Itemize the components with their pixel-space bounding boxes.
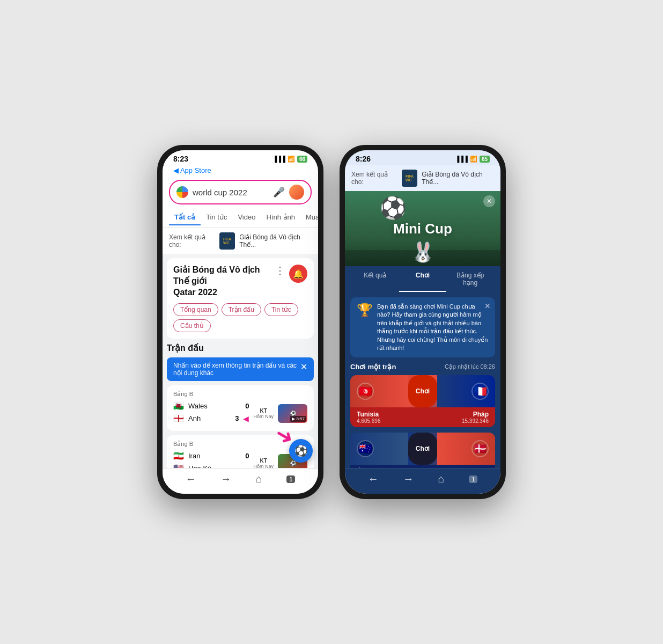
tab-news[interactable]: Tin tức xyxy=(201,210,232,225)
search-query[interactable]: world cup 2022 xyxy=(193,188,269,197)
see-result-bar-right[interactable]: Xem kết quả cho: FIFAWC Giải Bóng đá Vô … xyxy=(345,165,500,191)
match-row-usa: 🇺🇸 Hoa Kỳ xyxy=(173,463,249,468)
left-phone: 8:23 ▐▐▐ 📶 66 ◀ App Store world cup 2022… xyxy=(157,145,323,499)
result-actions: Tổng quan Trận đấu Tin tức Cầu thủ xyxy=(173,303,307,332)
tab-video[interactable]: Video xyxy=(232,210,261,225)
battery-level-left: 66 xyxy=(297,156,307,163)
match-row-iran: 🇮🇷 Iran 0 xyxy=(173,451,249,461)
score-iran: 0 xyxy=(245,452,249,460)
info-banner[interactable]: Nhấn vào để xem thông tin trận đấu và cá… xyxy=(167,357,314,381)
update-label: Cập nhật lúc 08:26 xyxy=(445,363,495,370)
notification-bell-icon[interactable]: 🔔 xyxy=(289,265,307,283)
promo-banner: 🏆 Bạn đã sẵn sàng chơi Mini Cup chưa nào… xyxy=(350,297,495,357)
play-section-header: Chơi một trận Cập nhật lúc 08:26 xyxy=(350,363,495,371)
france-score: 15.392.346 xyxy=(462,418,489,424)
play-center-btn-uc[interactable]: Chơi xyxy=(408,433,437,465)
football-fab[interactable]: ⚽ xyxy=(289,439,313,463)
back-btn-right[interactable]: ← xyxy=(368,473,379,485)
forward-btn-right[interactable]: → xyxy=(403,473,414,485)
tab-images[interactable]: Hình ảnh xyxy=(261,210,300,225)
score-england: 3 xyxy=(235,414,239,422)
iran-flag-icon: 🇮🇷 xyxy=(173,451,184,461)
action-players[interactable]: Cầu thủ xyxy=(173,319,211,332)
action-overview[interactable]: Tổng quan xyxy=(173,303,218,316)
tab-all[interactable]: Tất cả xyxy=(169,210,201,225)
see-result-text: Giải Bóng đá Vô địch Thế... xyxy=(239,233,312,248)
home-btn-left[interactable]: ⌂ xyxy=(256,473,262,485)
see-result-label-right: Xem kết quả cho: xyxy=(351,171,397,186)
action-matches[interactable]: Trận đấu xyxy=(222,303,261,316)
status-bar-left: 8:23 ▐▐▐ 📶 66 xyxy=(163,150,318,165)
mini-cup-header: ⚽ Mini Cup 🐰 ✕ xyxy=(345,191,500,266)
filter-tabs: Tất cả Tin tức Video Hình ảnh Mua sắm Sa… xyxy=(163,208,318,228)
back-btn-left[interactable]: ← xyxy=(186,473,196,485)
search-bar[interactable]: world cup 2022 🎤 xyxy=(169,180,312,204)
match-thumbnail-wales[interactable]: ⚽ ▶ 8:57 xyxy=(278,404,307,423)
match-play-card-tunisia[interactable]: 🇹🇳 Chơi 🇫🇷 Tunisia 4.605.696 xyxy=(350,375,495,427)
tab-results[interactable]: Kết quả xyxy=(351,266,399,292)
user-avatar[interactable] xyxy=(289,185,304,200)
signal-icon-right: ▐▐▐ xyxy=(455,156,467,162)
action-news[interactable]: Tin tức xyxy=(264,303,298,316)
main-result-card: Giải Bóng đá Vô địch Thế giớiQatar 2022 … xyxy=(167,258,314,339)
tabs-badge-left[interactable]: 1 xyxy=(286,475,295,483)
denmark-flag-circle: 🇩🇰 xyxy=(472,440,489,457)
tunisia-flag-icon: 🇹🇳 xyxy=(359,385,372,398)
team-england: Anh xyxy=(188,414,231,422)
right-phone: 8:26 ▐▐▐ 📶 65 Xem kết quả cho: FIFAWC Gi… xyxy=(340,145,506,499)
england-flag-icon: 🏴󠁧󠁢󠁥󠁮󠁧󠁿 xyxy=(173,413,184,423)
match-duration-1: ▶ 8:57 xyxy=(290,416,306,422)
status-bar-right: 8:26 ▐▐▐ 📶 65 xyxy=(345,150,500,165)
google-logo-icon xyxy=(176,186,188,198)
matches-section-title: Trận đấu xyxy=(163,343,318,353)
search-bar-container: world cup 2022 🎤 xyxy=(163,177,318,208)
team-left-uc: 🇦🇺 xyxy=(350,433,408,465)
match-play-card-uc[interactable]: 🇦🇺 Chơi 🇩🇰 Úc 3.337.413 xyxy=(350,433,495,468)
score-wales: 0 xyxy=(245,402,249,410)
play-center-btn-tunisia[interactable]: Chơi xyxy=(408,375,437,407)
france-flag-icon: 🇫🇷 xyxy=(474,385,487,398)
score-arrow-icon: ◀ xyxy=(243,414,249,423)
france-info: Pháp 15.392.346 xyxy=(462,411,489,424)
see-result-label: Xem kết quả cho: xyxy=(169,233,215,248)
bunny-icon: 🐰 xyxy=(411,241,435,264)
mini-cup-tabs: Kết quả Chơi Bảng xếp hạng xyxy=(345,266,500,292)
uc-flag-circle: 🇦🇺 xyxy=(357,440,374,457)
tab-leaderboard[interactable]: Bảng xếp hạng xyxy=(446,266,494,292)
app-store-back[interactable]: ◀ App Store xyxy=(163,165,318,177)
see-result-bar[interactable]: Xem kết quả cho: FIFAWC Giải Bóng đá Vô … xyxy=(163,228,318,254)
mic-icon[interactable]: 🎤 xyxy=(273,186,285,198)
see-result-text-right: Giải Bóng đá Vô địch Thế... xyxy=(422,171,494,186)
tab-shopping[interactable]: Mua sắm xyxy=(300,210,318,225)
team-wales: Wales xyxy=(188,402,241,410)
forward-btn-left[interactable]: → xyxy=(220,473,231,485)
football-header-icon: ⚽ xyxy=(380,195,407,221)
info-close-icon[interactable]: ✕ xyxy=(300,362,307,372)
right-screen: 8:26 ▐▐▐ 📶 65 Xem kết quả cho: FIFAWC Gi… xyxy=(345,150,500,494)
battery-level-right: 65 xyxy=(480,156,490,163)
mini-cup-content: 🏆 Bạn đã sẵn sàng chơi Mini Cup chưa nào… xyxy=(345,292,500,468)
team-usa: Hoa Kỳ xyxy=(188,464,245,468)
promo-text: Bạn đã sẵn sàng chơi Mini Cup chưa nào? … xyxy=(377,303,489,352)
mini-cup-close-btn[interactable]: ✕ xyxy=(483,195,495,207)
left-screen: 8:23 ▐▐▐ 📶 66 ◀ App Store world cup 2022… xyxy=(163,150,318,494)
tunisia-score: 4.605.696 xyxy=(357,418,381,424)
match-play-top-tunisia: 🇹🇳 Chơi 🇫🇷 xyxy=(350,375,495,407)
usa-flag-icon: 🇺🇸 xyxy=(173,463,184,468)
mini-cup-title: Mini Cup xyxy=(393,221,452,237)
match-row-england: 🏴󠁧󠁢󠁥󠁮󠁧󠁿 Anh 3 ◀ xyxy=(173,413,249,423)
home-btn-right[interactable]: ⌂ xyxy=(438,473,445,485)
trophy-icon: 🏆 xyxy=(357,303,373,318)
wc-logo-right: FIFAWC xyxy=(402,170,417,187)
result-title: Giải Bóng đá Vô địch Thế giớiQatar 2022 xyxy=(173,265,275,298)
match-play-bottom-tunisia: Tunisia 4.605.696 Pháp 15.392.346 xyxy=(350,407,495,427)
match-play-top-uc: 🇦🇺 Chơi 🇩🇰 xyxy=(350,433,495,465)
tab-play[interactable]: Chơi xyxy=(399,266,447,292)
info-banner-text: Nhấn vào để xem thông tin trận đấu và cá… xyxy=(173,362,300,377)
signal-icon: ▐▐▐ xyxy=(272,156,285,162)
match-card-wales-england[interactable]: Bảng B 🏴󠁧󠁢󠁷󠁬󠁳󠁿 Wales 0 🏴󠁧󠁢󠁥󠁮󠁧󠁿 Anh 3 xyxy=(167,385,314,431)
tabs-badge-right[interactable]: 1 xyxy=(469,475,477,483)
more-options-icon[interactable]: ⋮ xyxy=(275,265,285,283)
promo-close-icon[interactable]: ✕ xyxy=(484,302,491,310)
match-row-wales: 🏴󠁧󠁢󠁷󠁬󠁳󠁿 Wales 0 xyxy=(173,401,249,411)
